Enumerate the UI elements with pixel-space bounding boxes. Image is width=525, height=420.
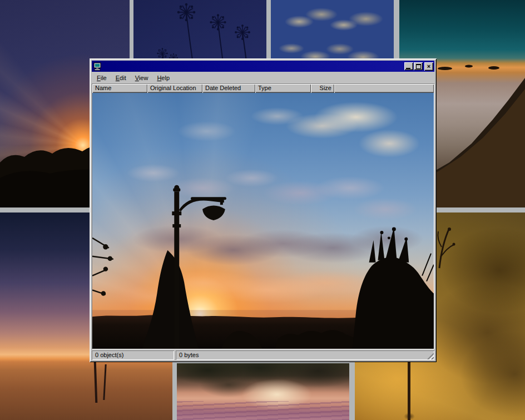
maximize-button[interactable] xyxy=(414,62,423,70)
menu-edit[interactable]: Edit xyxy=(111,73,131,83)
status-size-text: 0 bytes xyxy=(179,352,199,358)
status-size: 0 bytes xyxy=(176,350,434,360)
pole-silhouette xyxy=(408,358,410,420)
column-header-size[interactable]: Size xyxy=(311,84,334,93)
status-object-count: 0 object(s) xyxy=(92,350,174,360)
column-header-row: Name Original Location Date Deleted Type… xyxy=(92,84,434,93)
left-branch-silhouette xyxy=(92,238,113,295)
desktop: × File Edit View Help Name Original Loca… xyxy=(0,0,525,420)
column-header-original-location[interactable]: Original Location xyxy=(147,84,202,93)
file-list-view: Name Original Location Date Deleted Type… xyxy=(92,83,434,349)
close-icon: × xyxy=(427,63,430,69)
list-area-sunset-photo[interactable] xyxy=(92,93,434,349)
lake-pole-silhouette xyxy=(94,362,98,403)
wallpaper-photo-water-reflection xyxy=(177,363,349,420)
status-bar: 0 object(s) 0 bytes xyxy=(92,350,434,360)
right-trees-silhouette xyxy=(353,227,434,349)
minimize-icon xyxy=(406,68,410,69)
title-bar[interactable]: × xyxy=(92,61,434,72)
resize-grip[interactable] xyxy=(427,353,434,359)
water-ripples xyxy=(177,401,349,420)
maximize-icon xyxy=(416,64,421,69)
column-header-date-deleted[interactable]: Date Deleted xyxy=(202,84,255,93)
column-header-filler[interactable] xyxy=(334,84,434,93)
cypress-tree-silhouette xyxy=(142,250,199,349)
menu-help[interactable]: Help xyxy=(152,73,174,83)
column-header-type[interactable]: Type xyxy=(255,84,311,93)
photo-silhouettes xyxy=(92,93,434,349)
column-header-name[interactable]: Name xyxy=(92,84,147,93)
menu-view[interactable]: View xyxy=(131,73,153,83)
lake-pole-silhouette xyxy=(103,364,106,400)
menu-file[interactable]: File xyxy=(92,73,111,83)
minimize-button[interactable] xyxy=(404,62,413,70)
menu-bar: File Edit View Help xyxy=(92,72,434,83)
recycle-bin-window: × File Edit View Help Name Original Loca… xyxy=(90,58,437,362)
close-button[interactable]: × xyxy=(424,62,433,71)
computer-icon xyxy=(93,62,102,71)
